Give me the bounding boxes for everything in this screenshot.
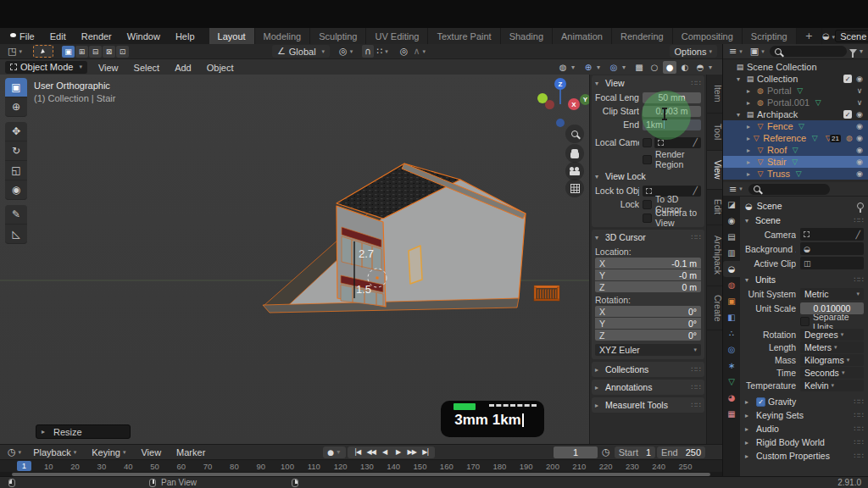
- hand-icon[interactable]: [565, 144, 584, 163]
- expander-icon[interactable]: ▸: [747, 123, 755, 130]
- background-scene-field[interactable]: ◒: [800, 242, 864, 255]
- select-mode-intersect[interactable]: ⊡: [116, 46, 129, 58]
- material-preview-icon[interactable]: ◐: [678, 61, 692, 74]
- outliner-filter-id-dropdown[interactable]: ▣: [748, 46, 767, 57]
- menu-file[interactable]: File: [12, 28, 42, 44]
- panel-grip-icon[interactable]: [854, 452, 864, 460]
- panel-header[interactable]: ▸Annotations: [595, 380, 701, 394]
- timeline-menu-marker[interactable]: Marker: [169, 444, 213, 460]
- properties-tab-material[interactable]: ◕: [723, 390, 740, 406]
- select-mode-extend[interactable]: ⊞: [75, 46, 88, 58]
- solid-icon[interactable]: ●: [663, 61, 676, 74]
- tool-annotate[interactable]: ✎: [5, 205, 27, 225]
- magnifier-icon[interactable]: [565, 125, 584, 143]
- panel-rigid-body-world[interactable]: ▸Rigid Body World: [740, 435, 868, 449]
- gizmos-icon[interactable]: ⊕: [581, 61, 595, 74]
- workspace-tab-animation[interactable]: Animation: [553, 28, 612, 44]
- eye-closed-icon[interactable]: ∨: [854, 98, 865, 107]
- outliner-row[interactable]: ▸▽Roof▽◉: [723, 144, 868, 156]
- length-unit-dropdown[interactable]: Meters: [800, 341, 864, 353]
- workspace-tab-compositing[interactable]: Compositing: [673, 28, 743, 44]
- properties-tab-world[interactable]: ◍: [723, 277, 740, 293]
- tool-move[interactable]: ✥: [5, 122, 27, 141]
- properties-tab-particles[interactable]: ∗: [723, 358, 740, 374]
- next-keyframe-button[interactable]: ▶▶: [406, 448, 417, 456]
- stopwatch-icon[interactable]: ◷: [599, 446, 613, 458]
- tool-cursor[interactable]: ⊕: [5, 97, 27, 117]
- camera-object-field[interactable]: ╱: [800, 228, 864, 241]
- workspace-tab-shading[interactable]: Shading: [501, 28, 553, 44]
- play-button[interactable]: ▶: [392, 448, 403, 456]
- outliner-row[interactable]: ▤Scene Collection: [723, 61, 868, 73]
- camera-to-view-checkbox[interactable]: [643, 214, 652, 223]
- frame-start-field[interactable]: Start 1: [615, 446, 655, 458]
- workspace-tab-rendering[interactable]: Rendering: [612, 28, 673, 44]
- xray-icon[interactable]: ▩: [632, 61, 646, 74]
- outliner-row[interactable]: ▸▽Truss▽◉: [723, 168, 868, 180]
- properties-tab-texture[interactable]: ▦: [723, 406, 740, 422]
- panel-grip-icon[interactable]: [854, 216, 864, 225]
- panel-header[interactable]: ▸Collections: [595, 363, 701, 376]
- render-region-checkbox[interactable]: [643, 155, 652, 164]
- tool-select-box[interactable]: ▣: [5, 78, 27, 97]
- units-panel-header[interactable]: ▾ Units: [740, 273, 868, 286]
- gizmo-z-neg-axis[interactable]: [556, 119, 565, 127]
- properties-tab-physics[interactable]: ◎: [723, 341, 740, 358]
- viewport-3d[interactable]: 2.7 1.5 User Orthographic (1) Collection…: [0, 75, 722, 444]
- sidebar-tab-item[interactable]: Item: [707, 75, 722, 114]
- workspace-tab-uv-editing[interactable]: UV Editing: [366, 28, 428, 44]
- eye-icon[interactable]: ◉: [854, 122, 865, 130]
- eye-icon[interactable]: ◉: [854, 134, 865, 142]
- panel-custom-properties[interactable]: ▸Custom Properties: [740, 449, 868, 463]
- viewport-menu-add[interactable]: Add: [167, 59, 199, 75]
- panel-audio[interactable]: ▸Audio: [740, 422, 868, 435]
- timeline-menu-keying[interactable]: Keying: [84, 444, 133, 460]
- cursor-rotation-z-field[interactable]: Z0°: [595, 330, 701, 341]
- current-frame-field[interactable]: 1: [554, 446, 598, 458]
- expander-icon[interactable]: ▸: [747, 170, 755, 178]
- workspace-tab-texture-paint[interactable]: Texture Paint: [428, 28, 500, 44]
- tool-measure[interactable]: ◺: [5, 225, 27, 244]
- grid-ortho-icon[interactable]: [565, 179, 584, 197]
- chevron-down-icon[interactable]: ▾: [571, 64, 580, 71]
- workspace-tab-modeling[interactable]: Modeling: [255, 28, 311, 44]
- panel-grip-icon[interactable]: [692, 233, 701, 241]
- object-visibility-icon[interactable]: ◍: [556, 61, 570, 74]
- panel-keying-sets[interactable]: ▸Keying Sets: [740, 408, 868, 422]
- pivot-point-dropdown[interactable]: ◎: [337, 46, 355, 57]
- active-tool-select-box-button[interactable]: [33, 45, 53, 58]
- expander-icon[interactable]: ▸: [747, 99, 755, 107]
- mass-unit-dropdown[interactable]: Kilograms: [800, 354, 864, 366]
- panel-grip-icon[interactable]: [692, 365, 701, 374]
- panel-grip-icon[interactable]: [854, 424, 864, 433]
- prev-keyframe-button[interactable]: ◀◀: [365, 448, 376, 456]
- tool-transform[interactable]: ◉: [5, 180, 27, 200]
- outliner-row[interactable]: ▾▤Collection✓◉: [723, 73, 868, 85]
- gizmo-x-neg-axis[interactable]: [545, 100, 554, 109]
- outliner-row[interactable]: ▸▽Stair▽◉: [723, 156, 868, 168]
- chevron-down-icon[interactable]: ▾: [709, 64, 717, 71]
- eye-closed-icon[interactable]: ∨: [854, 86, 865, 95]
- panel-grip-icon[interactable]: [854, 411, 864, 419]
- properties-tab-scene[interactable]: ◒: [723, 261, 740, 277]
- sidebar-tab-edit[interactable]: Edit: [707, 190, 722, 225]
- frame-end-field[interactable]: End 250: [657, 446, 705, 458]
- pin-icon[interactable]: [857, 202, 864, 209]
- panel-grip-icon[interactable]: [854, 438, 864, 446]
- outliner-row[interactable]: ▸◍Portal.001▽∨: [723, 97, 868, 108]
- menu-help[interactable]: Help: [168, 28, 203, 44]
- sidebar-tab-view[interactable]: View: [707, 151, 722, 190]
- properties-tab-constraints[interactable]: ∴: [723, 325, 740, 341]
- time-unit-dropdown[interactable]: Seconds: [800, 367, 864, 379]
- sidebar-tab-tool[interactable]: Tool: [707, 114, 722, 151]
- gizmo-x-axis[interactable]: X: [568, 98, 580, 110]
- outliner-row[interactable]: ▸▽Fence▽◉: [723, 120, 868, 132]
- select-mode-subtract[interactable]: ⊟: [89, 46, 102, 58]
- expander-icon[interactable]: ▸: [747, 147, 755, 154]
- eyedropper-icon[interactable]: ╱: [856, 230, 860, 239]
- select-mode-invert[interactable]: ⊠: [103, 46, 115, 58]
- panel-grip-icon[interactable]: [692, 383, 701, 391]
- expander-icon[interactable]: ▸: [747, 87, 755, 95]
- cursor-rotation-x-field[interactable]: X0°: [595, 306, 701, 317]
- viewport-menu-select[interactable]: Select: [126, 59, 168, 75]
